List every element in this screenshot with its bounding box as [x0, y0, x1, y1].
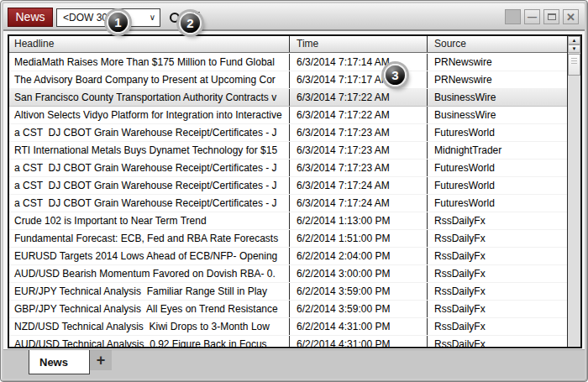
column-header-source[interactable]: Source	[427, 36, 567, 52]
maximize-icon	[548, 13, 556, 20]
table-body: MediaMath Raises More Than $175 Million …	[9, 54, 567, 347]
tab-news-label: News	[39, 356, 68, 369]
source-cell: RssDailyFx	[427, 283, 567, 300]
source-cell: RssDailyFx	[427, 230, 567, 247]
news-window: News <DOW 30> ∨ — ✕ Headline	[0, 0, 588, 382]
tab-bar: News +	[3, 349, 585, 379]
headline-cell: San Francisco County Transportation Auth…	[9, 89, 289, 106]
close-button[interactable]: ✕	[563, 9, 579, 24]
table-row[interactable]: a CST DJ CBOT Grain Warehouse Receipt/Ce…	[9, 177, 567, 195]
window-title: News	[8, 8, 53, 27]
content-area: Headline Time Source MediaMath Raises Mo…	[3, 31, 585, 379]
title-bar: News <DOW 30> ∨ — ✕	[3, 3, 585, 31]
time-cell: 6/2/2014 3:59:00 PM	[289, 283, 427, 300]
table-row[interactable]: AUD/USD Technical Analysis 0.92 Figure B…	[9, 336, 567, 347]
table-row[interactable]: a CST DJ CBOT Grain Warehouse Receipt/Ce…	[9, 160, 567, 177]
headline-cell: AUD/USD Technical Analysis 0.92 Figure B…	[9, 336, 289, 347]
minimize-icon: —	[528, 13, 537, 22]
time-cell: 6/2/2014 4:31:00 PM	[289, 336, 427, 347]
table-row[interactable]: Crude 102 is Important to Near Term Tren…	[9, 212, 567, 230]
table-row[interactable]: RTI International Metals Buys Dynamet Te…	[9, 142, 567, 160]
time-cell: 6/2/2014 1:51:00 PM	[289, 230, 427, 247]
headline-cell: a CST DJ CBOT Grain Warehouse Receipt/Ce…	[9, 177, 289, 194]
source-cell: RssDailyFx	[427, 265, 567, 282]
table-row[interactable]: NZD/USD Technical Analysis Kiwi Drops to…	[9, 318, 567, 336]
table-row[interactable]: a CST DJ CBOT Grain Warehouse Receipt/Ce…	[9, 124, 567, 142]
headline-cell: Altivon Selects Vidyo Platform for Integ…	[9, 107, 289, 123]
callout-badge-1: 1	[107, 11, 129, 34]
callout-badge-3: 3	[384, 64, 407, 86]
source-cell: FuturesWorld	[427, 195, 567, 212]
source-cell: PRNewswire	[427, 54, 567, 71]
headline-cell: EURUSD Targets 2014 Lows Ahead of ECB/NF…	[9, 248, 289, 264]
callout-badge-2: 2	[179, 12, 202, 34]
table-row[interactable]: Altivon Selects Vidyo Platform for Integ…	[9, 107, 567, 124]
table-row[interactable]: EURUSD Targets 2014 Lows Ahead of ECB/NF…	[9, 248, 567, 265]
source-cell: BusinessWire	[427, 89, 567, 106]
time-cell: 6/3/2014 7:17:22 AM	[289, 89, 427, 106]
time-cell: 6/3/2014 7:17:22 AM	[289, 107, 427, 123]
time-cell: 6/2/2014 3:00:00 PM	[289, 265, 427, 282]
headline-cell: a CST DJ CBOT Grain Warehouse Receipt/Ce…	[9, 195, 289, 212]
table-row[interactable]: Fundamental Forecast: ECB, Fed and RBA R…	[9, 230, 567, 248]
headline-cell: The Advisory Board Company to Present at…	[9, 71, 289, 88]
time-cell: 6/2/2014 4:31:00 PM	[289, 318, 427, 335]
plus-icon: +	[97, 352, 106, 369]
source-cell: RssDailyFx	[427, 212, 567, 229]
scroll-down-button[interactable]: ▼	[568, 44, 580, 53]
column-header-headline[interactable]: Headline	[9, 36, 289, 52]
table-row[interactable]: GBP/JPY Technical Analysis All Eyes on T…	[9, 301, 567, 318]
time-cell: 6/3/2014 7:17:24 AM	[289, 177, 427, 194]
source-cell: FuturesWorld	[427, 124, 567, 141]
source-cell: RssDailyFx	[427, 248, 567, 264]
headline-cell: GBP/JPY Technical Analysis All Eyes on T…	[9, 301, 289, 317]
table-header: Headline Time Source	[9, 36, 567, 53]
add-tab-button[interactable]: +	[90, 350, 112, 370]
table-row[interactable]: MediaMath Raises More Than $175 Million …	[9, 54, 567, 71]
source-cell: MidnightTrader	[427, 142, 567, 159]
window-controls: — ✕	[505, 9, 579, 24]
tab-news[interactable]: News	[29, 350, 90, 374]
maximize-button[interactable]	[543, 9, 559, 24]
time-cell: 6/3/2014 7:17:23 AM	[289, 160, 427, 176]
time-cell: 6/2/2014 1:13:00 PM	[289, 212, 427, 229]
headline-cell: Crude 102 is Important to Near Term Tren…	[9, 212, 289, 229]
source-cell: BusinessWire	[427, 107, 567, 123]
source-cell: RssDailyFx	[427, 336, 567, 347]
time-cell: 6/3/2014 7:17:24 AM	[289, 195, 427, 212]
table-row[interactable]: The Advisory Board Company to Present at…	[9, 71, 567, 89]
column-header-time[interactable]: Time	[289, 36, 427, 52]
headline-cell: Fundamental Forecast: ECB, Fed and RBA R…	[9, 230, 289, 247]
headline-cell: a CST DJ CBOT Grain Warehouse Receipt/Ce…	[9, 160, 289, 176]
minimize-button[interactable]: —	[524, 9, 540, 24]
chevron-down-icon: ∨	[150, 13, 155, 22]
scroll-up-icon: ▲	[572, 38, 577, 43]
window-menu-button[interactable]	[505, 9, 521, 24]
headline-cell: RTI International Metals Buys Dynamet Te…	[9, 142, 289, 159]
time-cell: 6/3/2014 7:17:23 AM	[289, 124, 427, 141]
headline-cell: AUD/USD Bearish Momentum Favored on Dovi…	[9, 265, 289, 282]
time-cell: 6/3/2014 7:17:14 AM	[289, 54, 427, 71]
news-table: Headline Time Source MediaMath Raises Mo…	[8, 34, 582, 348]
close-icon: ✕	[566, 12, 575, 23]
vertical-scrollbar[interactable]: ▲ ▼	[567, 36, 580, 347]
time-cell: 6/2/2014 3:59:00 PM	[289, 301, 427, 317]
table-row[interactable]: EUR/JPY Technical Analysis Familiar Rang…	[9, 283, 567, 301]
source-cell: PRNewswire	[427, 71, 567, 88]
table-row[interactable]: San Francisco County Transportation Auth…	[9, 89, 567, 107]
time-cell: 6/2/2014 2:04:00 PM	[289, 248, 427, 264]
headline-cell: NZD/USD Technical Analysis Kiwi Drops to…	[9, 318, 289, 335]
source-cell: FuturesWorld	[427, 160, 567, 176]
scroll-down-icon: ▼	[572, 46, 577, 51]
headline-cell: EUR/JPY Technical Analysis Familiar Rang…	[9, 283, 289, 300]
source-cell: RssDailyFx	[427, 318, 567, 335]
table-row[interactable]: AUD/USD Bearish Momentum Favored on Dovi…	[9, 265, 567, 283]
scrollbar-thumb[interactable]	[568, 54, 580, 76]
source-cell: RssDailyFx	[427, 301, 567, 317]
table-row[interactable]: a CST DJ CBOT Grain Warehouse Receipt/Ce…	[9, 195, 567, 212]
source-cell: FuturesWorld	[427, 177, 567, 194]
headline-cell: a CST DJ CBOT Grain Warehouse Receipt/Ce…	[9, 124, 289, 141]
time-cell: 6/3/2014 7:17:23 AM	[289, 142, 427, 159]
headline-cell: MediaMath Raises More Than $175 Million …	[9, 54, 289, 71]
scroll-up-button[interactable]: ▲	[568, 36, 580, 44]
